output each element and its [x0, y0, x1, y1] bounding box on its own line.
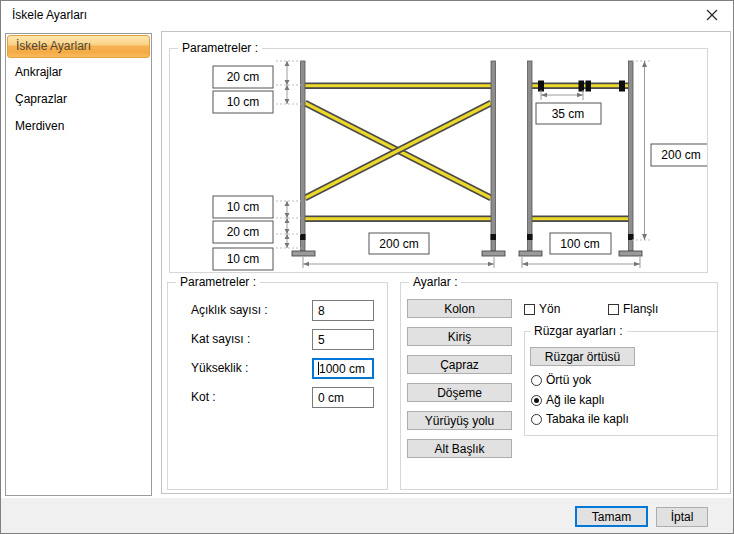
sidebar-item-caprazlar[interactable]: Çaprazlar [6, 86, 151, 113]
field-label-yukseklik: Yükseklik : [191, 358, 248, 379]
ag-ile-kapli-radio[interactable]: Ağ ile kaplı [531, 393, 605, 407]
wind-group-title: Rüzgar ayarları : [530, 324, 627, 338]
dim-bot-10b: 10 cm [227, 252, 260, 266]
field-label-kot: Kot : [191, 387, 216, 408]
dim-clamp-spacing: 35 cm [552, 107, 585, 121]
tabaka-ile-kapli-radio-label: Tabaka ile kaplı [546, 412, 629, 426]
ortu-yok-radio-circle[interactable] [531, 375, 542, 386]
dim-top-20: 20 cm [227, 70, 260, 84]
flansli-checkbox-box[interactable] [608, 304, 619, 315]
dim-bot-20: 20 cm [227, 225, 260, 239]
aciklik-sayisi-input[interactable]: 8 [312, 300, 374, 321]
doseme-button[interactable]: Döşeme [407, 383, 512, 402]
yon-checkbox-box[interactable] [524, 304, 535, 315]
kot-input[interactable]: 0 cm [312, 387, 374, 408]
tabaka-ile-kapli-radio-circle[interactable] [531, 414, 542, 425]
yuruyus-yolu-button[interactable]: Yürüyüş yolu [407, 411, 512, 430]
flansli-checkbox[interactable]: Flanşlı [608, 302, 658, 316]
tabaka-ile-kapli-radio[interactable]: Tabaka ile kaplı [531, 412, 629, 426]
close-icon [706, 9, 718, 21]
dim-span-width: 200 cm [379, 237, 418, 251]
field-label-kat: Kat sayısı : [191, 329, 250, 350]
drawing-groupbox: Parametreler : [169, 48, 708, 273]
ruzgar-ortusu-button[interactable]: Rüzgar örtüsü [530, 347, 635, 366]
capraz-button[interactable]: Çapraz [407, 355, 512, 374]
dim-bot-10a: 10 cm [227, 200, 260, 214]
yukseklik-input[interactable]: 1000 cm [312, 358, 374, 379]
ortu-yok-radio[interactable]: Örtü yok [531, 373, 591, 387]
ok-button[interactable]: Tamam [575, 506, 648, 527]
footer-bar: Tamam İptal [1, 498, 733, 533]
yon-checkbox-label: Yön [539, 302, 560, 316]
dim-top-10: 10 cm [227, 95, 260, 109]
field-label-aciklik: Açıklık sayısı : [191, 300, 268, 321]
cancel-button[interactable]: İptal [656, 507, 708, 527]
front-frame-diagonals [305, 103, 491, 198]
yon-checkbox[interactable]: Yön [524, 302, 560, 316]
dim-frame-width: 100 cm [560, 237, 599, 251]
sidebar-item-iskele-ayarlari[interactable]: İskele Ayarları [7, 35, 150, 58]
params-groupbox: Parametreler : Açıklık sayısı : 8 Kat sa… [167, 282, 388, 490]
close-button[interactable] [699, 3, 725, 27]
sidebar-item-ankrajlar[interactable]: Ankrajlar [6, 59, 151, 86]
kiris-button[interactable]: Kiriş [407, 327, 512, 346]
sidebar-item-merdiven[interactable]: Merdiven [6, 113, 151, 140]
ag-ile-kapli-radio-label: Ağ ile kaplı [546, 393, 605, 407]
ortu-yok-radio-label: Örtü yok [546, 373, 591, 387]
ag-ile-kapli-radio-circle[interactable] [531, 395, 542, 406]
settings-groupbox: Ayarlar : Kolon Kiriş Çapraz Döşeme Yürü… [400, 282, 718, 490]
params-group-title: Parametreler : [176, 275, 260, 289]
flansli-checkbox-label: Flanşlı [623, 302, 658, 316]
wind-groupbox: Rüzgar ayarları : Rüzgar örtüsü Örtü yok… [524, 331, 718, 436]
settings-group-title: Ayarlar : [409, 275, 461, 289]
scaffold-settings-dialog: İskele Ayarları İskele Ayarları Ankrajla… [0, 0, 734, 534]
sidebar: İskele Ayarları Ankrajlar Çaprazlar Merd… [5, 33, 152, 496]
kolon-button[interactable]: Kolon [407, 299, 512, 318]
kat-sayisi-input[interactable]: 5 [312, 329, 374, 350]
dialog-title: İskele Ayarları [12, 8, 87, 22]
alt-baslik-button[interactable]: Alt Başlık [407, 439, 512, 458]
scaffold-drawing: 20 cm 10 cm 10 cm 20 cm 10 cm 200 cm 35 … [170, 49, 707, 272]
dim-frame-height: 200 cm [661, 148, 700, 162]
